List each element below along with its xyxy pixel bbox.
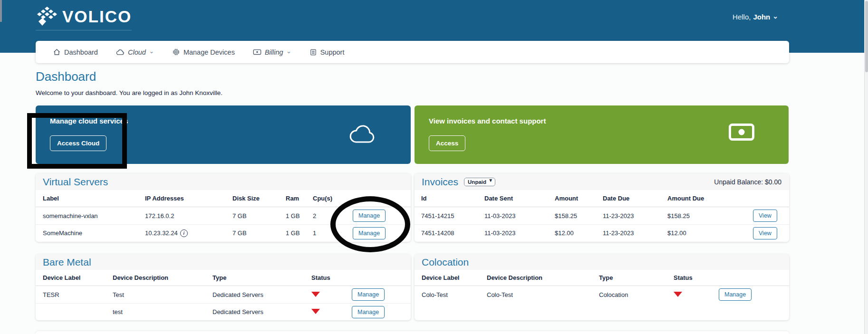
chevron-down-icon: ⌄ bbox=[772, 12, 778, 20]
amount-due-cell: $158.25 bbox=[667, 212, 753, 219]
main-nav: Dashboard Cloud ⌄ Manage Devices Billing… bbox=[36, 41, 789, 63]
column-header: Cpu(s) bbox=[313, 195, 353, 202]
unpaid-balance: Unpaid Balance: $0.00 bbox=[714, 178, 789, 186]
device-description-cell: test bbox=[113, 308, 212, 315]
manage-button[interactable]: Manage bbox=[352, 306, 385, 318]
nav-item-support[interactable]: Support bbox=[309, 48, 345, 56]
greeting-prefix: Hello, bbox=[733, 13, 751, 21]
column-header: Id bbox=[421, 195, 484, 202]
date-due-cell: 11-23-2023 bbox=[603, 229, 667, 237]
column-header: Type bbox=[599, 274, 674, 281]
vertical-scrollbar[interactable] bbox=[864, 0, 868, 334]
amount-cell: $12.00 bbox=[555, 229, 603, 237]
bare-metal-title: Bare Metal bbox=[43, 257, 91, 267]
date-sent-cell: 11-03-2023 bbox=[484, 229, 555, 237]
column-header: Disk Size bbox=[232, 195, 286, 202]
invoice-id-cell: 7451-14208 bbox=[421, 229, 484, 237]
column-header: Label bbox=[43, 195, 145, 202]
ip-cell: 10.23.32.24 i bbox=[145, 229, 232, 237]
billing-promo-title: View invoices and contact support bbox=[429, 117, 546, 125]
device-label-cell: Colo-Test bbox=[422, 291, 487, 298]
column-header: Device Description bbox=[113, 274, 212, 281]
document-icon bbox=[309, 48, 317, 56]
table-row: 7451-14215 11-03-2023 $158.25 11-23-2023… bbox=[415, 207, 789, 224]
status-down-icon bbox=[311, 309, 320, 314]
ram-cell: 1 GB bbox=[286, 229, 313, 237]
amount-due-cell: $12.00 bbox=[667, 229, 753, 237]
manage-button[interactable]: Manage bbox=[719, 288, 752, 301]
table-row: 7451-14208 11-03-2023 $12.00 11-23-2023 … bbox=[415, 224, 789, 241]
amount-cell: $158.25 bbox=[555, 212, 603, 219]
user-menu[interactable]: Hello, John ⌄ bbox=[733, 13, 778, 21]
nav-item-billing[interactable]: Billing ⌄ bbox=[253, 48, 291, 56]
scrollbar-thumb[interactable] bbox=[865, 1, 868, 72]
column-header: Date Sent bbox=[484, 195, 555, 202]
banknote-icon bbox=[729, 124, 754, 141]
card-icon bbox=[253, 48, 261, 56]
volico-dashboard-page: VOLICO Hello, John ⌄ Dashboard Cloud ⌄ bbox=[0, 0, 868, 334]
manage-button[interactable]: Manage bbox=[352, 288, 385, 301]
device-label-cell: TESR bbox=[43, 291, 113, 298]
screen-artifact bbox=[0, 0, 2, 22]
label-cell: SomeMachine bbox=[43, 229, 145, 237]
column-header: Amount Due bbox=[667, 195, 753, 202]
manage-button[interactable]: Manage bbox=[353, 227, 386, 239]
invoices-column-headers: Id Date Sent Amount Date Due Amount Due bbox=[415, 190, 789, 207]
user-name: John bbox=[753, 13, 770, 21]
cpu-cell: 2 bbox=[313, 212, 353, 219]
access-cloud-button[interactable]: Access Cloud bbox=[50, 135, 106, 151]
brand-logo[interactable]: VOLICO bbox=[36, 6, 132, 30]
billing-promo-card: View invoices and contact support Access bbox=[415, 105, 789, 164]
chevron-down-icon: ⌄ bbox=[149, 48, 154, 55]
colocation-header: Colocation bbox=[415, 254, 789, 270]
type-cell: Dedicated Servers bbox=[212, 308, 311, 315]
welcome-text: Welcome to your dashboard. You are logge… bbox=[36, 89, 222, 96]
ram-cell: 1 GB bbox=[286, 212, 313, 219]
type-cell: Dedicated Servers bbox=[212, 291, 311, 298]
bare-metal-section: Bare Metal Device Label Device Descripti… bbox=[36, 254, 411, 320]
page-title: Dashboard bbox=[36, 69, 96, 84]
invoices-header: Invoices Unpaid ▼ Unpaid Balance: $0.00 bbox=[415, 173, 789, 190]
column-header: Status bbox=[311, 274, 352, 281]
device-description-cell: Test bbox=[113, 291, 212, 298]
column-header: Date Due bbox=[603, 195, 667, 202]
column-header: Amount bbox=[555, 195, 603, 202]
volico-logo-icon bbox=[36, 6, 58, 26]
status-down-icon bbox=[311, 292, 320, 297]
bare-metal-column-headers: Device Label Device Description Type Sta… bbox=[36, 270, 411, 286]
date-due-cell: 11-23-2023 bbox=[603, 212, 667, 219]
virtual-servers-column-headers: Label IP Addresses Disk Size Ram Cpu(s) bbox=[36, 190, 411, 207]
column-header: Device Description bbox=[487, 274, 599, 281]
colocation-section: Colocation Device Label Device Descripti… bbox=[415, 254, 789, 320]
column-header: Ram bbox=[286, 195, 313, 202]
column-header: IP Addresses bbox=[145, 195, 232, 202]
device-description-cell: Colo-Test bbox=[487, 291, 599, 298]
virtual-servers-header: Virtual Servers bbox=[36, 173, 411, 190]
table-row: Colo-Test Colo-Test Colocation Manage bbox=[415, 286, 789, 303]
info-icon[interactable]: i bbox=[180, 229, 188, 237]
label-cell: somemachine-vxlan bbox=[43, 212, 145, 219]
manage-button[interactable]: Manage bbox=[353, 210, 386, 222]
access-button[interactable]: Access bbox=[429, 135, 465, 151]
table-row: TESR Test Dedicated Servers Manage bbox=[36, 286, 411, 303]
nav-item-cloud[interactable]: Cloud ⌄ bbox=[116, 48, 154, 56]
next-section-edge bbox=[36, 331, 789, 334]
column-header: Device Label bbox=[422, 274, 487, 281]
date-sent-cell: 11-03-2023 bbox=[484, 212, 555, 219]
invoice-filter[interactable]: Unpaid bbox=[464, 178, 495, 186]
colocation-column-headers: Device Label Device Description Type Sta… bbox=[415, 270, 789, 286]
cloud-promo-title: Manage cloud services bbox=[50, 117, 128, 125]
disk-cell: 7 GB bbox=[232, 212, 286, 219]
invoices-section: Invoices Unpaid ▼ Unpaid Balance: $0.00 … bbox=[415, 173, 789, 242]
invoices-title: Invoices bbox=[422, 177, 458, 187]
virtual-servers-section: Virtual Servers Label IP Addresses Disk … bbox=[36, 173, 411, 242]
colocation-title: Colocation bbox=[422, 257, 469, 267]
disk-cell: 7 GB bbox=[232, 229, 286, 237]
view-button[interactable]: View bbox=[753, 227, 777, 239]
invoice-filter-select[interactable]: Unpaid ▼ bbox=[464, 177, 495, 186]
table-row: somemachine-vxlan 172.16.0.2 7 GB 1 GB 2… bbox=[36, 207, 411, 224]
nav-item-manage-devices[interactable]: Manage Devices bbox=[172, 48, 235, 56]
nav-item-dashboard[interactable]: Dashboard bbox=[53, 48, 98, 56]
view-button[interactable]: View bbox=[753, 210, 777, 222]
cloud-promo-card: Manage cloud services Access Cloud bbox=[36, 105, 411, 164]
